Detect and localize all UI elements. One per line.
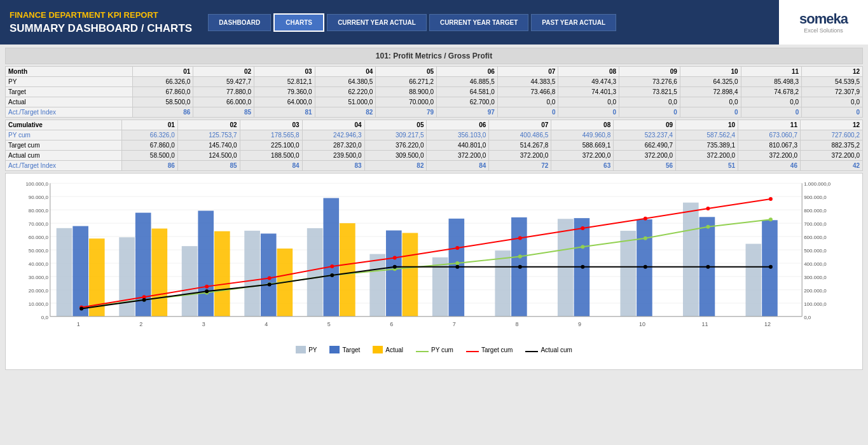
col-02: 02: [193, 67, 254, 77]
chart-legend: PY Target Actual PY cum Target cum Actua…: [9, 343, 859, 356]
svg-text:400.000,0: 400.000,0: [804, 261, 827, 267]
svg-rect-46: [261, 233, 277, 316]
svg-text:3: 3: [202, 321, 205, 327]
svg-rect-51: [340, 223, 355, 317]
col-07: 07: [497, 67, 558, 77]
col-06: 06: [437, 67, 498, 77]
svg-point-101: [205, 289, 209, 293]
svg-point-100: [142, 298, 146, 302]
svg-point-91: [330, 264, 334, 268]
legend-target: Target: [329, 346, 360, 353]
col-04: 04: [315, 67, 376, 77]
section-title: 101: Profit Metrics / Gross Profit: [5, 48, 863, 64]
svg-point-96: [644, 217, 647, 221]
svg-rect-43: [214, 231, 230, 317]
svg-rect-50: [323, 198, 339, 317]
svg-point-99: [79, 307, 83, 311]
svg-text:60.000,0: 60.000,0: [29, 235, 49, 240]
legend-py-box: [296, 346, 306, 353]
cum-header: Cumulative: [6, 120, 122, 130]
svg-point-82: [518, 255, 522, 259]
svg-text:30.000,0: 30.000,0: [29, 275, 49, 280]
svg-text:0,0: 0,0: [41, 315, 49, 320]
legend-actual-label: Actual: [385, 346, 403, 353]
main-content: 101: Profit Metrics / Gross Profit Month…: [0, 44, 868, 445]
chart-area: 100.000,090.000,080.000,070.000,060.000,…: [5, 173, 863, 370]
svg-point-98: [769, 197, 773, 201]
svg-rect-55: [403, 233, 418, 316]
svg-text:1: 1: [77, 321, 80, 327]
svg-point-102: [268, 283, 272, 287]
svg-text:900.000,0: 900.000,0: [804, 195, 827, 200]
tab-charts[interactable]: CHARTS: [273, 13, 324, 32]
svg-rect-41: [182, 246, 198, 317]
svg-rect-53: [369, 254, 385, 317]
month-header: Month: [6, 67, 133, 77]
svg-point-84: [644, 236, 647, 240]
tab-current-year-target[interactable]: CURRENT YEAR TARGET: [429, 14, 528, 31]
tab-current-year-actual[interactable]: CURRENT YEAR ACTUAL: [327, 14, 427, 31]
svg-text:300.000,0: 300.000,0: [804, 275, 827, 280]
svg-rect-45: [244, 231, 260, 317]
svg-text:8: 8: [515, 321, 518, 327]
svg-point-109: [706, 265, 710, 269]
svg-text:10: 10: [639, 321, 645, 327]
svg-rect-34: [72, 226, 88, 317]
legend-target-label: Target: [342, 346, 360, 353]
legend-py-label: PY: [308, 346, 317, 353]
legend-actualcum-label: Actual cum: [541, 346, 572, 353]
svg-text:12: 12: [764, 321, 771, 327]
svg-text:40.000,0: 40.000,0: [29, 261, 49, 267]
svg-rect-60: [495, 250, 511, 317]
legend-actual-box: [373, 346, 383, 353]
legend-targetcum: Target cum: [466, 346, 513, 353]
svg-rect-72: [746, 244, 762, 317]
svg-text:90.000,0: 90.000,0: [29, 195, 49, 200]
logo-section: someka Excel Solutions: [779, 0, 868, 44]
svg-point-103: [330, 273, 334, 277]
svg-rect-42: [198, 211, 214, 317]
tab-dashboard[interactable]: DASHBOARD: [208, 14, 271, 31]
svg-point-105: [455, 265, 459, 269]
legend-pycum: PY cum: [416, 346, 453, 353]
svg-rect-54: [386, 230, 402, 316]
svg-rect-63: [558, 219, 574, 317]
svg-text:4: 4: [265, 321, 268, 327]
svg-rect-69: [683, 203, 699, 317]
svg-text:2: 2: [139, 321, 142, 327]
header-title-section: FINANCE DEPARTMENT KPI REPORT SUMMARY DA…: [0, 0, 202, 44]
svg-text:11: 11: [701, 321, 708, 327]
kpi-title: FINANCE DEPARTMENT KPI REPORT: [10, 10, 192, 20]
svg-rect-37: [119, 237, 135, 317]
svg-point-93: [455, 246, 459, 250]
col-08: 08: [558, 67, 619, 77]
svg-point-83: [581, 245, 584, 249]
cumulative-table: Cumulative 01 02 03 04 05 06 07 08 09 10…: [5, 120, 863, 171]
tab-past-year-actual[interactable]: PAST YEAR ACTUAL: [531, 14, 616, 31]
svg-point-86: [769, 217, 773, 221]
col-05: 05: [376, 67, 437, 77]
svg-text:9: 9: [578, 321, 581, 327]
svg-point-90: [268, 277, 272, 280]
svg-point-110: [769, 265, 773, 269]
svg-point-108: [644, 265, 647, 269]
legend-actualcum: Actual cum: [525, 346, 572, 353]
svg-point-81: [455, 261, 459, 265]
svg-text:100.000,0: 100.000,0: [25, 181, 48, 187]
monthly-table: Month 01 02 03 04 05 06 07 08 09 10 11 1…: [5, 66, 863, 118]
svg-point-92: [393, 256, 397, 259]
legend-actual: Actual: [373, 346, 403, 353]
svg-text:600.000,0: 600.000,0: [804, 235, 827, 240]
logo-name: someka: [799, 11, 848, 27]
svg-text:70.000,0: 70.000,0: [29, 221, 49, 227]
svg-text:5: 5: [327, 321, 331, 327]
legend-actualcum-line: [525, 351, 538, 352]
svg-point-104: [393, 265, 397, 269]
svg-text:50.000,0: 50.000,0: [29, 248, 49, 254]
svg-rect-39: [151, 229, 167, 317]
svg-text:100.000,0: 100.000,0: [804, 301, 827, 307]
col-10: 10: [680, 67, 741, 77]
svg-text:80.000,0: 80.000,0: [29, 208, 49, 214]
svg-point-97: [706, 207, 710, 210]
svg-text:500.000,0: 500.000,0: [804, 248, 827, 254]
